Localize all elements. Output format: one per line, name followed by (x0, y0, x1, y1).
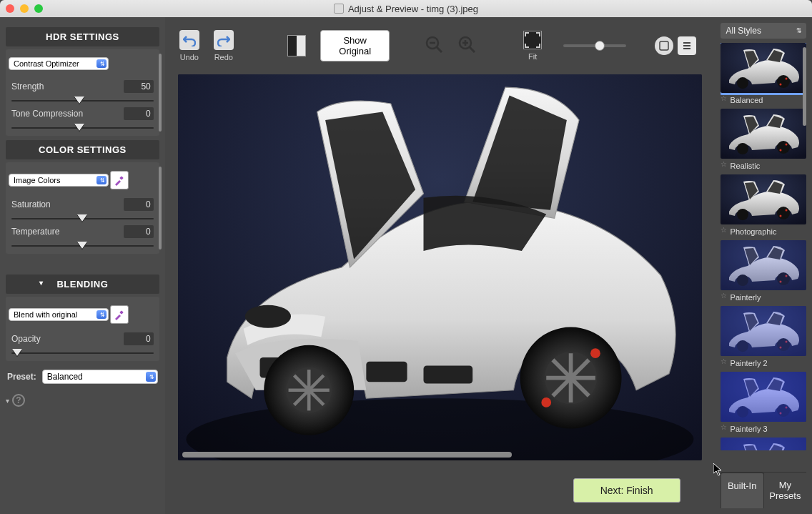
temperature-label: Temperature (11, 227, 59, 237)
show-original-button[interactable]: Show Original (320, 30, 390, 61)
strength-input[interactable] (124, 80, 154, 93)
svg-point-48 (779, 149, 781, 152)
svg-point-20 (245, 305, 291, 328)
zoom-out-button[interactable] (425, 35, 443, 56)
preset-card[interactable]: Realistic (721, 109, 801, 170)
split-view-button[interactable] (287, 35, 307, 56)
fit-button[interactable]: Fit (523, 31, 542, 61)
color-group-scrollbar[interactable] (159, 167, 162, 249)
svg-point-46 (777, 141, 790, 154)
preset-card[interactable]: Painterly 2 (721, 306, 801, 367)
strength-label: Strength (11, 81, 44, 92)
preset-scrollbar[interactable] (803, 47, 806, 126)
tone-compression-label: Tone Compression (11, 109, 83, 119)
svg-line-3 (437, 47, 442, 52)
preset-card[interactable] (721, 438, 801, 450)
preset-thumbnail (721, 240, 806, 290)
svg-point-52 (737, 209, 748, 220)
zoom-window-button[interactable] (34, 4, 43, 13)
blend-eyedropper-button[interactable] (110, 305, 129, 324)
svg-point-54 (785, 209, 787, 212)
color-group: Image Colors Saturation Temperature (6, 162, 159, 254)
window-title-text: Adjust & Preview - timg (3).jpeg (348, 4, 478, 14)
redo-icon (217, 34, 230, 46)
preset-card[interactable]: Painterly 3 (721, 372, 801, 433)
fit-icon (523, 31, 542, 49)
svg-rect-63 (721, 240, 806, 290)
svg-point-33 (590, 348, 600, 358)
list-layout-button[interactable] (678, 36, 696, 55)
thumbnail-layout-button[interactable] (655, 36, 673, 55)
next-finish-button[interactable]: Next: Finish (573, 478, 680, 503)
presets-panel: All Styles Balanced Realistic (715, 17, 812, 514)
svg-rect-18 (366, 362, 407, 382)
preset-card[interactable]: Photographic (721, 174, 801, 236)
svg-rect-1 (119, 310, 124, 315)
eyedropper-button[interactable] (110, 171, 129, 189)
center-panel: Undo Redo Show Original Fit (165, 17, 715, 514)
temperature-input[interactable] (124, 225, 154, 238)
fit-label: Fit (528, 52, 537, 61)
temperature-slider[interactable] (11, 239, 154, 251)
hdr-group-scrollbar[interactable] (159, 54, 162, 132)
help-expand-icon[interactable]: ▾ (6, 397, 9, 405)
style-filter-select[interactable]: All Styles (721, 23, 806, 39)
preview-canvas[interactable] (178, 74, 702, 460)
preset-name: Balanced (721, 93, 801, 104)
hdr-settings-header: HDR SETTINGS (6, 27, 159, 46)
strength-slider[interactable] (11, 94, 154, 106)
hdr-group: Contrast Optimizer Strength Tone Compres… (6, 49, 159, 136)
undo-icon (183, 34, 196, 46)
eyedropper-icon (114, 174, 125, 186)
redo-button[interactable]: Redo (214, 30, 234, 61)
svg-point-53 (777, 207, 790, 219)
hdr-method-value: Contrast Optimizer (14, 59, 79, 68)
svg-point-41 (779, 84, 781, 86)
preset-card[interactable]: Painterly (721, 240, 801, 302)
svg-rect-19 (423, 365, 472, 383)
blending-header[interactable]: BLENDING (6, 275, 159, 294)
preset-thumbnail (721, 174, 806, 224)
single-view-icon (658, 40, 670, 51)
tone-compression-input[interactable] (124, 107, 154, 120)
tone-compression-slider[interactable] (11, 122, 154, 133)
color-mode-select[interactable]: Image Colors (9, 174, 109, 187)
zoom-slider[interactable] (563, 44, 625, 47)
list-view-icon (681, 40, 693, 51)
hdr-method-select[interactable]: Contrast Optimizer (9, 57, 109, 70)
undo-button[interactable]: Undo (179, 30, 199, 61)
preset-value: Balanced (47, 372, 83, 382)
preset-list[interactable]: Balanced Realistic Photographic Painte (721, 43, 806, 469)
opacity-slider[interactable] (11, 347, 154, 358)
minimize-window-button[interactable] (20, 4, 29, 13)
svg-rect-0 (119, 176, 124, 180)
preset-label: Preset: (7, 372, 36, 382)
tab-builtin[interactable]: Built-In (721, 473, 764, 508)
opacity-label: Opacity (11, 334, 41, 344)
zoom-in-icon (457, 35, 476, 54)
preset-name: Painterly 2 (721, 356, 801, 367)
canvas-horizontal-scrollbar[interactable] (182, 452, 513, 458)
preset-select[interactable]: Balanced (42, 370, 158, 384)
svg-rect-9 (660, 41, 668, 50)
preset-name: Painterly 3 (721, 422, 801, 433)
saturation-label: Saturation (11, 199, 51, 209)
svg-point-55 (779, 215, 781, 217)
blend-mode-select[interactable]: Blend with original (9, 308, 109, 321)
svg-point-47 (785, 144, 787, 146)
preset-thumbnail (721, 43, 806, 93)
saturation-input[interactable] (124, 198, 154, 211)
preset-name: Realistic (721, 159, 801, 170)
preset-card[interactable]: Balanced (721, 43, 801, 104)
saturation-slider[interactable] (11, 212, 154, 224)
preset-thumbnail (721, 372, 806, 422)
tab-mypresets[interactable]: My Presets (764, 473, 806, 508)
blend-mode-value: Blend with original (14, 310, 77, 319)
help-button[interactable]: ? (12, 394, 25, 407)
settings-panel: HDR SETTINGS Contrast Optimizer Strength… (0, 17, 165, 514)
opacity-input[interactable] (124, 332, 154, 345)
close-window-button[interactable] (6, 4, 14, 13)
color-mode-value: Image Colors (14, 176, 60, 184)
zoom-out-icon (425, 35, 443, 54)
zoom-in-button[interactable] (457, 35, 476, 56)
